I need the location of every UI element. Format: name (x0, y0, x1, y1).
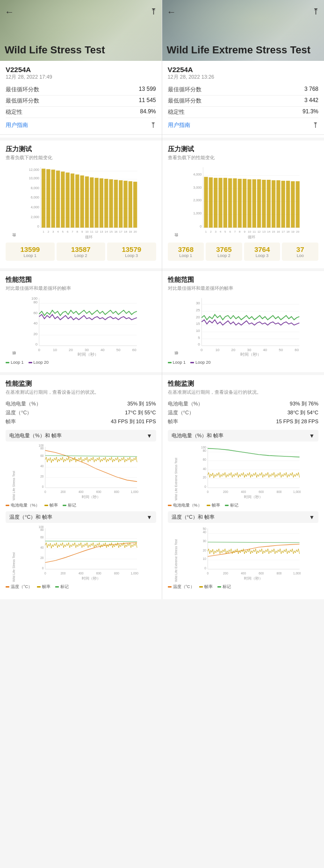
right-info: V2254A 12月 28, 2022 13:26 最佳循环分数 3 768 最… (162, 61, 324, 135)
svg-text:50: 50 (279, 348, 283, 352)
svg-rect-20 (66, 173, 70, 228)
left-user-guide-link[interactable]: 用户指南 (6, 121, 28, 129)
r-fps-label: 帧率 (212, 502, 220, 508)
svg-text:7: 7 (234, 230, 236, 233)
svg-text:200: 200 (60, 572, 65, 575)
svg-text:800: 800 (114, 490, 119, 493)
svg-text:1,000: 1,000 (293, 490, 301, 493)
svg-rect-16 (46, 169, 50, 228)
temp-dot-l (6, 586, 9, 588)
svg-text:600: 600 (96, 572, 101, 575)
back-button-left[interactable]: ← (5, 7, 14, 17)
svg-text:20: 20 (202, 476, 206, 479)
svg-text:60: 60 (40, 536, 44, 539)
left-share-icon-2[interactable]: ⤒ (150, 121, 156, 130)
right-stress-title: 压力测试 (168, 145, 319, 154)
left-info: V2254A 12月 28, 2022 17:49 最佳循环分数 13 599 … (0, 61, 162, 135)
left-monitor-card: 性能监测 在基准测试运行期间，查看设备运行的状况。 电池电量（%） 35% 到 … (0, 372, 162, 596)
right-monitor-legend1: 电池电量（%） 帧率 标记 (168, 502, 319, 508)
right-monitor-card: 性能监测 在基准测试运行期间，查看设备运行的状况。 电池电量（%） 93% 到 … (162, 372, 324, 596)
left-user-guide-row: 用户指南 ⤒ (6, 121, 156, 130)
r-loop20-dot (190, 362, 194, 363)
svg-line-87 (45, 456, 137, 456)
svg-text:14: 14 (105, 230, 108, 233)
svg-text:循环: 循环 (85, 235, 93, 239)
left-stat-0: 最佳循环分数 13 599 (6, 84, 156, 96)
svg-text:40: 40 (101, 348, 105, 352)
svg-text:20: 20 (202, 549, 206, 552)
left-monitor-yaxis1: Wild Life Stress Test (12, 444, 15, 500)
svg-text:50: 50 (202, 527, 206, 530)
svg-text:80: 80 (33, 300, 37, 304)
svg-text:3: 3 (215, 230, 216, 233)
share-button-right[interactable]: ⤒ (312, 7, 319, 17)
right-user-guide-link[interactable]: 用户指南 (168, 121, 190, 129)
svg-text:4: 4 (219, 230, 221, 233)
svg-text:60: 60 (33, 311, 37, 315)
r-battery-dot (168, 505, 172, 506)
left-stat-1: 最低循环分数 11 545 (6, 96, 156, 107)
svg-text:16: 16 (114, 230, 117, 233)
right-range-chart-wrap: 帧率 0 5 10 15 20 25 30 (174, 295, 319, 358)
svg-rect-30 (114, 180, 118, 228)
svg-rect-29 (109, 179, 113, 228)
right-header: ← ⤒ Wild Life Extreme Stress Test (162, 0, 324, 61)
svg-text:20: 20 (40, 556, 44, 559)
r-fps-dot2 (199, 586, 203, 588)
svg-text:10: 10 (215, 348, 219, 352)
svg-text:40: 40 (202, 467, 206, 471)
svg-text:8: 8 (239, 230, 241, 233)
svg-text:0: 0 (37, 224, 39, 228)
svg-text:400: 400 (79, 572, 84, 575)
r-fps-dot (207, 505, 210, 506)
main-layout: ← ⤒ Wild Life Stress Test V2254A 12月 28,… (0, 0, 324, 599)
svg-rect-141 (281, 181, 285, 228)
svg-text:循环: 循环 (247, 235, 255, 239)
svg-rect-132 (238, 179, 241, 228)
left-monitor-svg1: 0 20 40 60 80 100 0 (12, 444, 163, 500)
left-range-svg: 0 20 40 60 80 100 0 10 (12, 295, 156, 356)
right-monitor-svg2: 0 10 20 30 40 50 0 2 (174, 526, 324, 582)
left-loop-2: 13587 Loop 2 (57, 243, 106, 261)
svg-text:14: 14 (267, 230, 270, 233)
share-button-left[interactable]: ⤒ (150, 7, 157, 17)
left-dropdown-2[interactable]: 温度（°C）和 帧率 ▼ (6, 511, 156, 523)
svg-text:19: 19 (291, 230, 294, 233)
back-button-right[interactable]: ← (167, 7, 176, 17)
svg-text:13: 13 (262, 230, 265, 233)
right-dropdown-1[interactable]: 电池电量（%）和 帧率 ▼ (168, 430, 319, 441)
svg-text:80: 80 (202, 449, 206, 452)
svg-rect-126 (209, 177, 212, 228)
svg-rect-134 (247, 179, 251, 228)
svg-text:6: 6 (67, 230, 69, 233)
svg-text:100: 100 (39, 444, 44, 447)
right-stat-2: 稳定性 91.3% (168, 107, 319, 118)
svg-text:400: 400 (79, 490, 84, 493)
r-battery-label: 电池电量（%） (173, 502, 202, 508)
left-monitor-stats: 电池电量（%） 35% 到 15% 温度（°C） 17°C 到 55°C 帧率 … (6, 399, 156, 426)
svg-text:0: 0 (207, 490, 209, 493)
svg-text:200: 200 (60, 490, 65, 493)
svg-line-106 (45, 541, 137, 542)
svg-rect-33 (129, 181, 132, 228)
svg-text:1: 1 (205, 230, 207, 233)
left-dropdown-1[interactable]: 电池电量（%）和 帧率 ▼ (6, 430, 156, 441)
right-range-svg: 0 5 10 15 20 25 30 0 (174, 295, 319, 356)
svg-text:20: 20 (134, 230, 137, 233)
svg-text:30: 30 (202, 539, 206, 543)
left-range-chart-wrap: 帧率 0 20 40 60 80 100 (12, 295, 156, 358)
marker-label-l2: 标记 (60, 584, 69, 590)
svg-text:15: 15 (272, 230, 275, 233)
svg-text:时间（秒）: 时间（秒） (240, 352, 261, 356)
svg-text:1,000: 1,000 (193, 211, 202, 215)
left-monitor-chart1: Wild Life Stress Test 0 20 40 60 80 100 (12, 444, 163, 500)
right-dropdown-2[interactable]: 温度（°C）和 帧率 ▼ (168, 511, 319, 523)
svg-rect-24 (85, 177, 89, 228)
svg-rect-125 (204, 177, 208, 228)
r-temp-label: 温度（°C） (173, 584, 194, 590)
svg-text:19: 19 (129, 230, 132, 233)
svg-rect-32 (123, 181, 127, 228)
right-range-yaxis: 帧率 (174, 295, 180, 358)
right-share-icon-2[interactable]: ⤒ (312, 121, 318, 130)
svg-text:时间（秒）: 时间（秒） (244, 576, 263, 581)
